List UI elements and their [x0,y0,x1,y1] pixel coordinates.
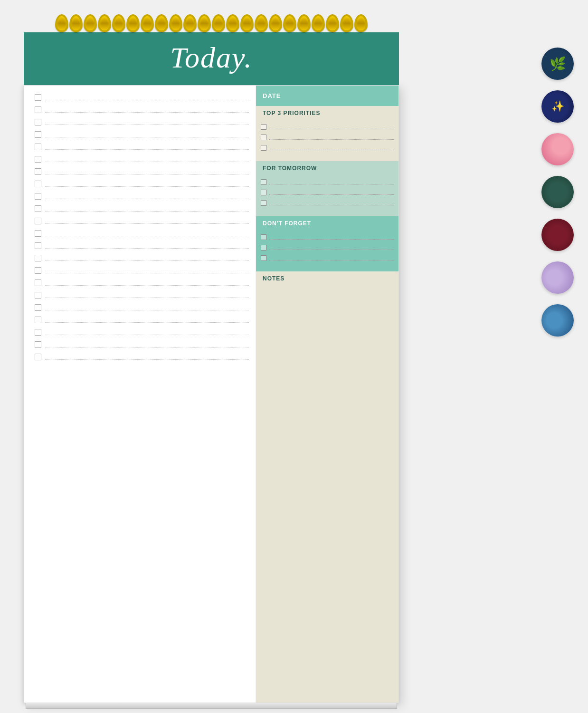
checklist-row [35,193,249,200]
spiral-coil [98,14,111,32]
dont-forget-row-2 [261,245,394,251]
checkbox[interactable] [35,279,41,286]
small-checkbox[interactable] [261,190,266,195]
checkbox[interactable] [35,168,41,175]
dotted-line [45,119,249,125]
checklist-row [35,205,249,212]
checkbox[interactable] [35,230,41,237]
notebook-header: Today. [24,32,399,85]
small-checkbox[interactable] [261,234,266,240]
small-checkbox[interactable] [261,135,266,140]
checkbox[interactable] [35,267,41,274]
small-checkbox[interactable] [261,179,266,185]
checkbox[interactable] [35,131,41,138]
dotted-line [45,268,249,273]
checkbox[interactable] [35,144,41,150]
spiral-coil [212,14,225,32]
swatch-floral[interactable] [541,48,574,80]
checkbox[interactable] [35,193,41,200]
checklist-row [35,279,249,286]
dotted-line [45,156,249,162]
checkbox[interactable] [35,106,41,113]
priority-row-2 [261,135,394,140]
section-notes: NOTES [256,271,398,703]
checklist-row [35,94,249,101]
checklist-row [35,255,249,261]
checklist-row [35,329,249,336]
dotted-line [269,190,394,195]
spiral-coil [255,14,268,32]
spiral-coil [354,14,368,32]
dotted-line [269,180,394,184]
notebook-edge [26,703,397,709]
notes-label: NOTES [256,271,398,286]
dotted-line [45,95,249,100]
notebook-body: DATE TOP 3 PRIORITIES [24,85,399,703]
swatch-teal[interactable] [541,176,574,208]
checkbox[interactable] [35,341,41,348]
dotted-line [45,342,249,347]
tomorrow-row-3 [261,200,394,206]
dotted-line [269,235,394,240]
small-checkbox[interactable] [261,124,266,130]
swatch-night[interactable] [541,90,574,123]
dont-forget-rows [256,231,398,271]
checkbox[interactable] [35,156,41,163]
dotted-line [269,201,394,205]
notebook-title: Today. [170,41,252,74]
tomorrow-row-1 [261,179,394,185]
dotted-line [45,280,249,286]
checkbox[interactable] [35,94,41,101]
spiral-coil [312,14,325,32]
checkbox[interactable] [35,181,41,187]
dotted-line [45,181,249,187]
spiral-coil [340,14,353,32]
swatch-blue[interactable] [541,304,574,337]
checklist-row [35,242,249,249]
checkbox[interactable] [35,205,41,212]
small-checkbox[interactable] [261,245,266,251]
swatch-lavender[interactable] [541,261,574,294]
dotted-line [45,132,249,137]
checklist-row [35,341,249,348]
checkbox[interactable] [35,119,41,125]
dotted-line [45,144,249,150]
section-priorities: TOP 3 PRIORITIES [256,106,398,161]
priorities-label: TOP 3 PRIORITIES [256,106,398,120]
checklist-row [35,144,249,150]
notes-area[interactable] [256,286,398,381]
checkbox[interactable] [35,292,41,299]
dont-forget-row-3 [261,255,394,261]
dotted-line [45,243,249,249]
section-tomorrow: FOR TOMORROW [256,161,398,216]
checklist-row [35,156,249,163]
checkbox[interactable] [35,329,41,336]
small-checkbox[interactable] [261,145,266,151]
small-checkbox[interactable] [261,200,266,206]
dotted-line [45,305,249,310]
notebook: Today. [24,14,399,709]
checkbox[interactable] [35,317,41,323]
dotted-line [45,193,249,199]
dotted-line [269,125,394,129]
checkbox[interactable] [35,354,41,360]
checkbox[interactable] [35,304,41,311]
dotted-line [45,329,249,335]
right-column: DATE TOP 3 PRIORITIES [256,86,398,703]
spiral-coil [155,14,168,32]
dotted-line [45,107,249,113]
swatch-pink[interactable] [541,133,574,165]
small-checkbox[interactable] [261,255,266,261]
checkbox[interactable] [35,218,41,224]
priority-row-3 [261,145,394,151]
priority-row-1 [261,124,394,130]
dotted-line [45,317,249,323]
tomorrow-rows [256,175,398,216]
dont-forget-label: DON'T FORGET [256,216,398,231]
checklist-row [35,354,249,360]
checkbox[interactable] [35,242,41,249]
spiral-coil [169,14,182,32]
swatch-maroon[interactable] [541,219,574,251]
checkbox[interactable] [35,255,41,261]
section-dont-forget: DON'T FORGET [256,216,398,271]
